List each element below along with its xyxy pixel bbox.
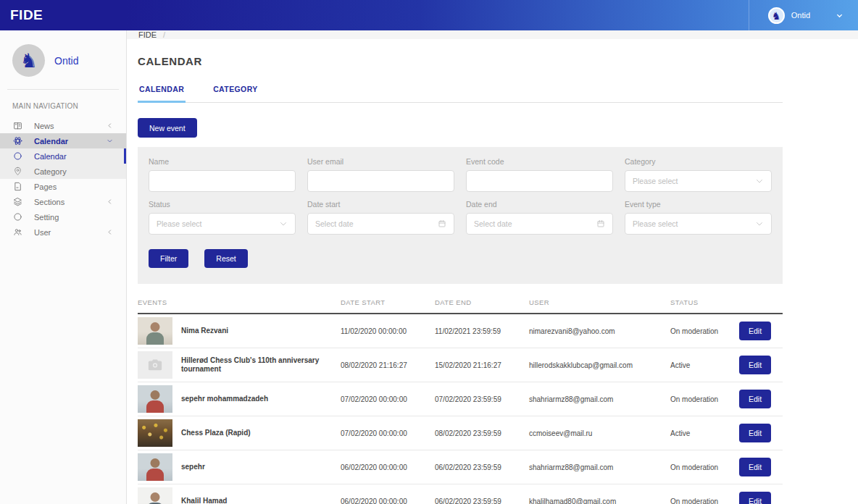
user-menu[interactable]: ♞ Ontid [749,0,858,30]
column-header: DATE START [341,298,435,306]
event-name: Nima Rezvani [181,327,228,336]
date-start: 11/02/2020 00:00:00 [341,327,435,335]
date-start-datepicker[interactable]: Select date [307,213,454,235]
edit-button[interactable]: Edit [739,424,771,442]
placeholder-text: Please select [633,219,678,228]
sidebar-item-pages[interactable]: Pages [0,179,126,194]
edit-button[interactable]: Edit [739,492,771,504]
edit-button[interactable]: Edit [739,322,771,340]
date-start: 06/02/2020 00:00:00 [341,497,435,504]
chevron-down-icon [107,137,113,146]
event-cell: Khalil Hamad [138,487,341,504]
event-cell: sepehr mohammadzadeh [138,385,341,413]
breadcrumb: FIDE / [127,30,858,39]
tab-calendar[interactable]: CALENDAR [138,82,186,102]
layers-icon [12,197,22,207]
chevron-down-icon [836,12,844,20]
date-end-datepicker[interactable]: Select date [466,213,613,235]
status-text: On moderation [670,395,739,403]
event-thumbnail [138,385,172,413]
date-start: 08/02/2020 21:16:27 [341,361,435,369]
status-text: On moderation [670,327,739,335]
filter-panel: NameUser emailEvent codeCategoryPlease s… [138,147,783,284]
filter-field: StatusPlease select [149,200,296,235]
breadcrumb-root[interactable]: FIDE [138,30,157,39]
filter-field: Date startSelect date [307,200,454,235]
main-area: FIDE / CALENDAR CALENDARCATEGORY New eve… [127,30,858,504]
news-icon [12,121,22,131]
pin-icon [12,167,22,177]
event-type-select[interactable]: Please select [625,213,772,235]
sidebar-item-label: Calendar [34,137,107,146]
placeholder-text: Please select [157,219,201,228]
user-email: shahriarmz88@gmail.com [529,463,670,471]
chevron-down-icon [755,177,764,185]
sidebar-item-calendar[interactable]: Calendar [0,133,126,148]
topbar-background: ♞ Ontid [127,0,858,30]
category-select[interactable]: Please select [625,170,772,192]
sidebar-item-category[interactable]: Category [0,164,126,179]
sidebar-item-setting[interactable]: Setting [0,209,126,224]
table-row: Chess Plaza (Rapid)07/02/2020 00:00:0008… [138,416,783,450]
user-email: hillerodskakklubcap@gmail.com [529,361,670,369]
event-cell: sepehr [138,453,341,481]
filter-button[interactable]: Filter [149,249,188,268]
user-email-input[interactable] [307,170,454,192]
sidebar-item-sections[interactable]: Sections [0,194,126,209]
event-thumbnail [138,317,172,345]
filter-field: Name [149,157,296,192]
users-icon [12,227,22,238]
chevron-down-icon [755,219,764,228]
calendar-date-icon [438,219,446,228]
sidebar-item-news[interactable]: News [0,118,126,133]
events-table: EVENTSDATE STARTDATE ENDUSERSTATUS Nima … [138,298,783,504]
table-row: Hillerød Chess Club's 110th anniversary … [138,348,783,382]
event-name: sepehr mohammadzadeh [181,395,268,404]
chevron-left-icon [107,198,113,206]
sidebar-nav: NewsCalendarCalendarCategoryPagesSection… [0,118,126,240]
field-label: Date start [307,200,454,209]
date-end: 06/02/2020 23:59:59 [435,497,529,504]
sidebar-item-label: News [34,122,107,130]
column-header: STATUS [670,298,739,306]
sidebar-profile: ♞ Ontid [0,30,126,89]
placeholder-text: Please select [633,177,678,185]
field-label: Status [149,200,296,209]
date-end: 08/02/2020 23:59:59 [435,429,529,437]
sidebar-item-calendar[interactable]: Calendar [0,148,126,164]
knight-icon: ♞ [768,7,785,24]
event-code-input[interactable] [466,170,613,192]
sidebar-item-label: Setting [34,213,107,222]
field-label: Name [149,157,296,166]
tab-category[interactable]: CATEGORY [212,82,259,102]
page-title: CALENDAR [138,55,783,67]
brand-logo[interactable]: FIDE [0,0,127,30]
filter-field: Event code [466,157,613,192]
sidebar-item-label: Calendar [34,152,104,161]
reset-button[interactable]: Reset [204,249,247,268]
status-select[interactable]: Please select [149,213,296,235]
new-event-button[interactable]: New event [138,118,197,138]
nav-section-header: MAIN NAVIGATION [0,90,126,118]
filter-field: CategoryPlease select [625,157,772,192]
date-start: 07/02/2020 00:00:00 [341,395,435,403]
event-thumbnail [138,453,172,481]
sidebar-item-user[interactable]: User [0,224,126,240]
edit-button[interactable]: Edit [739,390,771,408]
name-input[interactable] [149,170,296,192]
user-email: ccmoiseev@mail.ru [529,429,670,437]
event-name: sepehr [181,463,205,472]
edit-button[interactable]: Edit [739,356,771,374]
field-label: Category [625,157,772,166]
event-thumbnail [138,487,172,504]
event-cell: Nima Rezvani [138,317,341,345]
profile-name[interactable]: Ontid [54,55,78,67]
edit-button[interactable]: Edit [739,458,771,476]
table-row: sepehr06/02/2020 00:00:0006/02/2020 23:5… [138,450,783,484]
table-body: Nima Rezvani11/02/2020 00:00:0011/02/202… [138,314,783,504]
chevron-left-icon [107,228,113,237]
status-text: Active [670,361,739,369]
status-text: On moderation [670,497,739,504]
date-start: 06/02/2020 00:00:00 [341,463,435,471]
column-header: DATE END [435,298,529,306]
